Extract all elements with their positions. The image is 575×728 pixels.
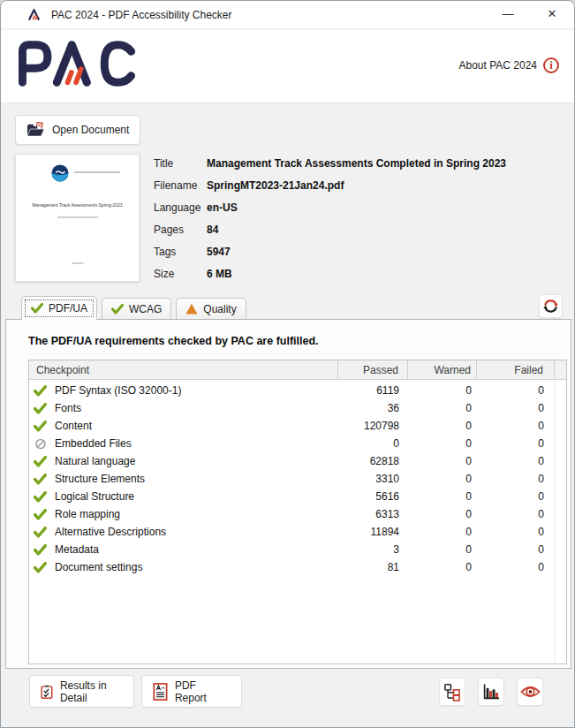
check-icon	[34, 544, 47, 556]
failed-count: 0	[477, 402, 555, 414]
checkpoint-cell: Content	[29, 420, 338, 432]
thumbnail-subtitle-line	[57, 216, 98, 218]
pdf-report-label: PDF Report	[175, 679, 231, 704]
table-row[interactable]: Logical Structure 5616 0 0	[29, 488, 566, 505]
tag-tree-view-button[interactable]	[439, 678, 465, 706]
warning-icon	[185, 303, 198, 315]
passed-count: 36	[338, 402, 408, 414]
screen-reader-preview-button[interactable]	[517, 678, 543, 706]
meta-label: Title	[154, 157, 207, 179]
passed-count: 62818	[338, 455, 408, 467]
column-header-warned[interactable]: Warned	[408, 360, 477, 379]
warned-count: 0	[408, 437, 477, 450]
check-icon	[34, 527, 47, 538]
passed-count: 6313	[338, 508, 408, 520]
results-in-detail-label: Results in Detail	[60, 679, 123, 704]
failed-count: 0	[477, 455, 555, 467]
pdf-report-button[interactable]: PDF Report	[141, 675, 242, 708]
checkpoint-label: Fonts	[55, 402, 81, 414]
app-window: PAC 2024 - PDF Accessibility Checker — ✕…	[0, 0, 575, 728]
column-header-failed[interactable]: Failed	[477, 360, 555, 379]
results-table: Checkpoint Passed Warned Failed PDF Synt…	[28, 360, 567, 664]
tab-pdfua[interactable]: PDF/UA	[21, 296, 97, 320]
tab-label: Quality	[203, 303, 236, 315]
table-row[interactable]: Fonts 36 0 0	[29, 399, 566, 417]
table-row[interactable]: Role mapping 6313 0 0	[29, 505, 566, 523]
check-icon	[34, 474, 47, 485]
statistics-button[interactable]	[478, 678, 504, 706]
meta-label: Language	[154, 201, 207, 224]
info-icon[interactable]: i	[543, 57, 559, 73]
clipboard-checklist-icon	[41, 683, 53, 701]
tab-wcag[interactable]: WCAG	[102, 298, 171, 319]
thumbnail-page-title: Management Track Assessments Spring 2023	[19, 202, 135, 208]
meta-label: Filename	[154, 179, 207, 201]
checkpoint-label: Metadata	[55, 543, 99, 556]
table-row[interactable]: Structure Elements 3310 0 0	[29, 470, 566, 488]
checkpoint-label: Document settings	[55, 561, 142, 573]
table-row[interactable]: PDF Syntax (ISO 32000-1) 6119 0 0	[29, 382, 566, 399]
column-header-passed[interactable]: Passed	[338, 360, 408, 379]
about-link[interactable]: About PAC 2024 i	[458, 57, 559, 73]
tab-label: PDF/UA	[49, 302, 87, 315]
column-header-checkpoint[interactable]: Checkpoint	[29, 360, 338, 379]
warned-count: 0	[408, 384, 477, 397]
pdf-report-icon	[153, 683, 168, 701]
tag-tree-icon	[443, 683, 461, 701]
check-icon	[34, 385, 47, 397]
results-table-header: Checkpoint Passed Warned Failed	[29, 360, 566, 380]
noaa-logo-icon	[51, 164, 69, 182]
check-icon	[31, 303, 43, 314]
pac-logo	[14, 40, 140, 87]
check-icon	[34, 421, 47, 432]
thumbnail-header-textline	[74, 171, 120, 173]
meta-label: Size	[154, 268, 207, 290]
tab-quality[interactable]: Quality	[176, 298, 246, 319]
meta-value-pages: 84	[207, 224, 506, 246]
bar-chart-icon	[482, 683, 500, 701]
check-icon	[111, 304, 124, 315]
results-tabs: PDF/UA WCAG Quality	[21, 296, 246, 320]
table-row[interactable]: Document settings 81 0 0	[29, 558, 566, 576]
warned-count: 0	[408, 420, 477, 432]
table-row[interactable]: Alternative Descriptions 11894 0 0	[29, 523, 566, 541]
passed-count: 3	[338, 543, 408, 556]
pac-app-icon	[26, 7, 42, 22]
failed-count: 0	[477, 473, 555, 485]
warned-count: 0	[408, 526, 477, 538]
document-thumbnail[interactable]: Management Track Assessments Spring 2023	[15, 154, 140, 282]
table-row[interactable]: Embedded Files 0 0 0	[29, 435, 566, 452]
checkpoint-label: Alternative Descriptions	[55, 526, 166, 538]
results-in-detail-button[interactable]: Results in Detail	[29, 675, 134, 708]
warned-count: 0	[408, 543, 477, 556]
warned-count: 0	[408, 508, 477, 520]
open-document-button[interactable]: Open Document	[15, 115, 140, 145]
passed-count: 11894	[338, 526, 408, 538]
meta-label: Tags	[154, 246, 207, 268]
document-metadata: Title Management Track Assessments Compl…	[154, 157, 506, 290]
table-row[interactable]: Content 120798 0 0	[29, 417, 566, 435]
results-panel: The PDF/UA requirements checked by PAC a…	[5, 319, 571, 669]
refresh-icon	[542, 298, 559, 315]
minimize-button[interactable]: —	[486, 1, 530, 29]
failed-count: 0	[477, 543, 555, 556]
checkpoint-label: Role mapping	[55, 508, 120, 520]
checkpoint-cell: Role mapping	[29, 508, 338, 520]
warned-count: 0	[408, 455, 477, 467]
checkpoint-label: PDF Syntax (ISO 32000-1)	[55, 384, 181, 397]
checkpoint-label: Content	[55, 420, 92, 432]
checkpoint-cell: Logical Structure	[29, 490, 338, 503]
passed-count: 120798	[338, 420, 408, 432]
warned-count: 0	[408, 402, 477, 414]
thumbnail-date-line	[72, 262, 83, 264]
table-row[interactable]: Metadata 3 0 0	[29, 541, 566, 558]
passed-count: 0	[338, 437, 408, 450]
passed-count: 5616	[338, 490, 408, 503]
failed-count: 0	[477, 384, 555, 397]
table-row[interactable]: Natural language 62818 0 0	[29, 452, 566, 470]
recheck-button[interactable]	[539, 294, 563, 318]
close-button[interactable]: ✕	[530, 1, 574, 29]
meta-value-language: en-US	[207, 201, 506, 224]
check-icon	[34, 509, 47, 520]
meta-value-title: Management Track Assessments Completed i…	[207, 157, 506, 179]
